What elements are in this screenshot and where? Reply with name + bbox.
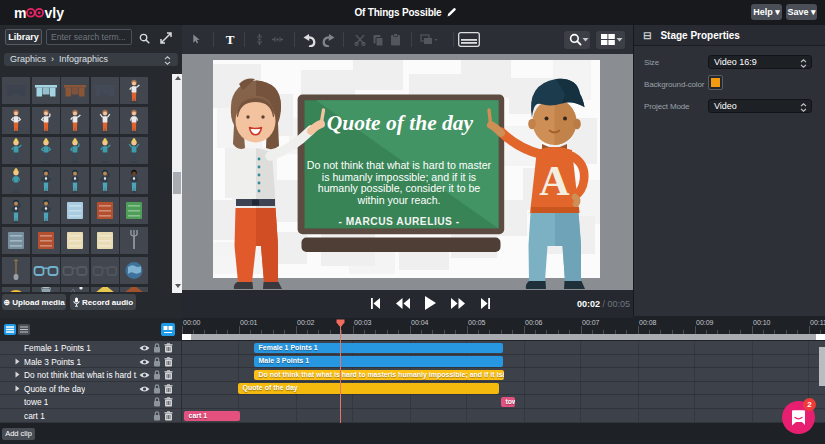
svg-text:Quote of the day: Quote of the day xyxy=(327,111,474,135)
svg-text:Do not think that what is hard: Do not think that what is hard to master xyxy=(307,159,492,171)
svg-text:- MARCUS AURELIUS -: - MARCUS AURELIUS - xyxy=(338,216,459,227)
svg-text:humanly possible, consider it: humanly possible, consider it to be xyxy=(318,182,481,194)
svg-text:is humanly impossible; and if: is humanly impossible; and if it is xyxy=(322,171,476,183)
svg-text:A: A xyxy=(539,158,570,204)
svg-text:m: m xyxy=(14,5,26,21)
svg-text:vly: vly xyxy=(45,5,65,21)
svg-text:within your reach.: within your reach. xyxy=(356,194,440,206)
